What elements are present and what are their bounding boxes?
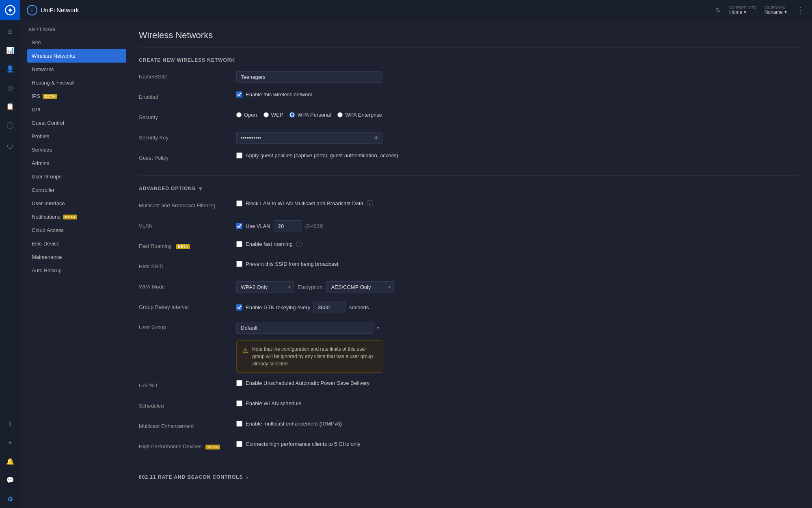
nav-settings-icon[interactable]: ⚙: [1, 490, 19, 508]
group-rekey-checkbox-wrap[interactable]: Enable GTK rekeying every: [236, 304, 310, 310]
scheduled-checkbox-wrap[interactable]: Enable WLAN schedule: [236, 400, 301, 406]
advanced-chevron-icon[interactable]: ▾: [199, 185, 202, 192]
fast-roaming-info-icon[interactable]: i: [296, 241, 302, 247]
guest-policy-checkbox-wrap[interactable]: Apply guest policies (captive portal, gu…: [236, 152, 398, 158]
group-rekey-unit: seconds: [349, 304, 369, 310]
username-chevron-icon: ▾: [784, 9, 787, 15]
sidebar-item-routing-firewall[interactable]: Routing & Firewall: [27, 76, 126, 89]
multicast-checkbox-wrap[interactable]: Block LAN to WLAN Multicast and Broadcas…: [236, 200, 363, 206]
topbar: U UniFi Network ↻ CURRENT SITE Home ▾ US…: [20, 0, 812, 20]
wpa-mode-select[interactable]: WPA2 Only WPA1 Only WPA1 and WPA2: [236, 281, 294, 293]
wpa-mode-control: WPA2 Only WPA1 Only WPA1 and WPA2 ▾ Encr…: [236, 281, 799, 293]
security-wpa-enterprise-radio[interactable]: [337, 112, 343, 117]
rate-section-header: 802.11 RATE AND BEACON CONTROLS ›: [139, 474, 799, 480]
security-wpa-personal-label: WPA Personal: [297, 112, 331, 118]
multicast-enhancement-checkbox-wrap[interactable]: Enable multicast enhancement (IGMPv3): [236, 421, 342, 427]
username-value[interactable]: Noname ▾: [764, 9, 787, 15]
security-wpa-personal-wrap[interactable]: WPA Personal: [289, 112, 331, 118]
toggle-password-icon[interactable]: 👁: [374, 135, 379, 141]
more-options-icon[interactable]: ⋮: [795, 4, 806, 16]
security-open-label: Open: [244, 112, 257, 118]
scheduled-checkbox[interactable]: [236, 400, 242, 406]
enable-network-checkbox[interactable]: [236, 91, 242, 98]
nav-chat-icon[interactable]: 💬: [1, 471, 19, 489]
enable-network-checkbox-wrap[interactable]: Enable this wireless network: [236, 91, 312, 98]
sidebar-item-auto-backup[interactable]: Auto Backup: [27, 264, 126, 277]
sidebar-item-guest-label: Guest Control: [32, 120, 64, 126]
user-group-control: Default Guest ▾ ⚠ Note that the configur…: [236, 322, 799, 373]
sidebar-item-site[interactable]: Site: [27, 36, 126, 49]
nav-devices-icon[interactable]: ◎: [1, 78, 19, 96]
sidebar-item-profiles[interactable]: Profiles: [27, 130, 126, 143]
sidebar-item-cloud-access[interactable]: Cloud Access: [27, 224, 126, 237]
high-performance-label: High Performance Devices BETA: [139, 441, 236, 449]
nav-bell-icon[interactable]: 🔔: [1, 452, 19, 470]
multicast-checkbox[interactable]: [236, 200, 242, 206]
high-performance-checkbox[interactable]: [236, 441, 242, 447]
scheduled-row: Scheduled Enable WLAN schedule: [139, 400, 799, 413]
user-group-select-wrap: Default Guest ▾: [236, 322, 382, 334]
hide-ssid-checkbox[interactable]: [236, 261, 242, 267]
high-performance-checkbox-wrap[interactable]: Connects high performance clients to 5 G…: [236, 441, 361, 447]
uapsd-checkbox-wrap[interactable]: Enable Unscheduled Automatic Power Save …: [236, 380, 369, 386]
group-rekey-checkbox[interactable]: [236, 304, 242, 310]
security-wpa-personal-radio[interactable]: [289, 112, 295, 117]
vlan-checkbox-wrap[interactable]: Use VLAN: [236, 223, 270, 229]
sidebar-item-user-groups[interactable]: User Groups: [27, 170, 126, 183]
uapsd-row: UAPSD Enable Unscheduled Automatic Power…: [139, 380, 799, 393]
rate-chevron-icon[interactable]: ›: [246, 474, 248, 480]
security-control: Open WEP WPA Personal WPA Enterprise: [236, 112, 799, 118]
current-site-value[interactable]: Home ▾: [729, 9, 746, 15]
security-wpa-enterprise-label: WPA Enterprise: [345, 112, 382, 118]
nav-alerts-icon[interactable]: ◯: [1, 116, 19, 134]
sync-icon[interactable]: ↻: [716, 7, 721, 14]
fast-roaming-beta-badge: BETA: [176, 244, 190, 249]
multicast-text: Block LAN to WLAN Multicast and Broadcas…: [246, 200, 363, 206]
username-selector[interactable]: USERNAME Noname ▾: [764, 5, 787, 15]
nav-shield-icon[interactable]: 🛡: [1, 138, 19, 156]
nav-statistics-icon[interactable]: 📊: [1, 41, 19, 59]
sidebar-item-networks[interactable]: Networks: [27, 63, 126, 76]
vlan-input[interactable]: [274, 220, 302, 232]
vlan-checkbox[interactable]: [236, 223, 242, 229]
sidebar-item-notifications[interactable]: Notifications BETA: [27, 210, 126, 224]
high-performance-control: Connects high performance clients to 5 G…: [236, 441, 799, 447]
multicast-info-icon[interactable]: i: [367, 200, 373, 206]
group-rekey-input[interactable]: [313, 302, 346, 313]
uapsd-checkbox[interactable]: [236, 380, 242, 386]
sidebar-item-maintenance[interactable]: Maintenance: [27, 250, 126, 264]
security-wep-radio[interactable]: [263, 112, 269, 117]
logo-button[interactable]: [0, 0, 20, 20]
security-wpa-enterprise-wrap[interactable]: WPA Enterprise: [337, 112, 382, 118]
encryption-select[interactable]: AES/CCMP Only TKIP Only TKIP and AES/CCM…: [326, 281, 394, 293]
guest-policy-checkbox[interactable]: [236, 152, 242, 158]
nav-clients-icon[interactable]: 👤: [1, 60, 19, 78]
fast-roaming-checkbox-wrap[interactable]: Enable fast roaming: [236, 241, 293, 247]
site-chevron-icon: ▾: [744, 9, 746, 15]
sidebar-item-dpi[interactable]: DPI: [27, 103, 126, 116]
current-site-selector[interactable]: CURRENT SITE Home ▾: [729, 5, 756, 15]
security-key-input[interactable]: [236, 132, 382, 144]
security-wep-wrap[interactable]: WEP: [263, 112, 283, 118]
security-open-radio[interactable]: [236, 112, 242, 117]
nav-dashboard-icon[interactable]: ⊞: [1, 22, 19, 40]
nav-info-icon[interactable]: ℹ: [1, 415, 19, 433]
advanced-section-title: ADVANCED OPTIONS: [139, 186, 196, 191]
name-ssid-input[interactable]: [236, 71, 382, 83]
hide-ssid-checkbox-wrap[interactable]: Prevent this SSID from being broadcast: [236, 261, 338, 267]
sidebar-item-controller[interactable]: Controller: [27, 183, 126, 197]
fast-roaming-checkbox[interactable]: [236, 241, 242, 247]
sidebar-item-user-interface[interactable]: User Interface: [27, 197, 126, 210]
sidebar-item-wireless-networks[interactable]: Wireless Networks: [27, 49, 126, 63]
multicast-enhancement-checkbox[interactable]: [236, 421, 242, 427]
sidebar-item-elite-device[interactable]: Elite Device: [27, 237, 126, 250]
security-key-row: Security Key 👁: [139, 132, 799, 145]
sidebar-item-ips[interactable]: IPS BETA: [27, 89, 126, 103]
nav-star-icon[interactable]: ✦: [1, 434, 19, 452]
user-group-select[interactable]: Default Guest: [236, 322, 374, 334]
sidebar-item-guest-control[interactable]: Guest Control: [27, 116, 126, 130]
sidebar-item-services[interactable]: Services: [27, 143, 126, 156]
security-open-wrap[interactable]: Open: [236, 112, 257, 118]
sidebar-item-admins[interactable]: Admins: [27, 156, 126, 170]
nav-events-icon[interactable]: 📋: [1, 97, 19, 115]
